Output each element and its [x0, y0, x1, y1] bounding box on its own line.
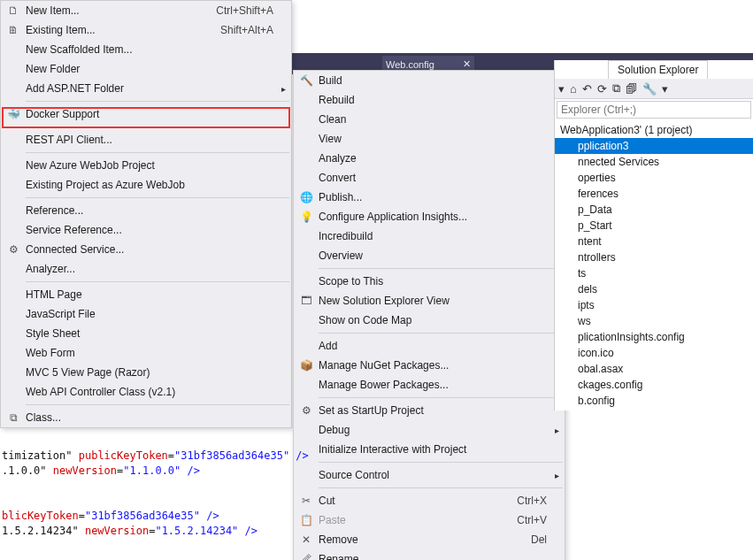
tree-node-4-label: p_Start	[578, 219, 612, 232]
dropdown-icon[interactable]: ▾	[558, 82, 565, 96]
reference-item-0[interactable]: Reference...	[1, 201, 291, 220]
ctx-top-5[interactable]: Convert▸	[294, 168, 565, 188]
ctx-edit-0[interactable]: ✂CutCtrl+X	[294, 491, 565, 510]
add-item-3[interactable]: New Folder	[1, 59, 291, 79]
tree-node-5[interactable]: ntent	[555, 234, 753, 249]
separator	[319, 487, 563, 488]
ctx-top-9-label: Overview	[319, 249, 547, 262]
solution-root[interactable]: WebApplication3' (1 project)	[555, 122, 753, 138]
ctx-edit-0-shortcut: Ctrl+X	[499, 495, 547, 507]
tree-node-3[interactable]: p_Data	[555, 202, 753, 218]
reference-item-3[interactable]: Analyzer...	[1, 259, 291, 279]
ctx-debug[interactable]: Debug▸	[294, 420, 565, 440]
tree-node-8[interactable]: dels	[555, 281, 753, 297]
ctx-scope-0[interactable]: Scope to This	[294, 272, 565, 291]
ctx-top-6-icon: 🌐	[294, 191, 319, 203]
tree-node-9[interactable]: ipts	[555, 297, 753, 313]
add-item-0[interactable]: 🗋New Item...Ctrl+Shift+A	[1, 1, 291, 20]
project-node[interactable]: pplication3	[555, 138, 753, 154]
azure-item-0[interactable]: New Azure WebJob Project	[1, 156, 291, 175]
ctx-add-2[interactable]: Manage Bower Packages...	[294, 375, 565, 395]
tree-node-7[interactable]: ts	[555, 265, 753, 281]
tree-node-4[interactable]: p_Start	[555, 218, 753, 234]
ctx-edit-1[interactable]: 📋PasteCtrl+V	[294, 510, 565, 530]
ctx-top-0-label: Build	[319, 74, 547, 87]
ctx-top-2[interactable]: Clean	[294, 110, 565, 129]
tree-node-15[interactable]: b.config	[555, 393, 753, 409]
docker-support-item[interactable]: 🐳Docker Support	[1, 104, 291, 124]
show-all-icon[interactable]: 🗐	[626, 82, 637, 96]
tree-node-13[interactable]: obal.asax	[555, 361, 753, 377]
ctx-top-3[interactable]: View▸	[294, 129, 565, 149]
collapse-icon[interactable]: ⧉	[612, 81, 620, 96]
ctx-top-9[interactable]: Overview	[294, 246, 565, 265]
filetype-item-0[interactable]: HTML Page	[1, 285, 291, 304]
filetype-item-1[interactable]: JavaScript File	[1, 304, 291, 324]
ctx-top-8-label: Incredibuild	[319, 230, 547, 242]
solution-explorer-tab[interactable]: Solution Explorer	[608, 60, 708, 79]
back-icon[interactable]: ↶	[582, 82, 592, 96]
tree-node-11[interactable]: plicationInsights.config	[555, 329, 753, 345]
ctx-init-label: Initialize Interactive with Project	[319, 443, 547, 456]
reference-item-2[interactable]: ⚙Connected Service...	[1, 240, 291, 259]
ctx-init[interactable]: Initialize Interactive with Project	[294, 440, 565, 459]
close-icon[interactable]: ✕	[463, 58, 471, 70]
ctx-top-8[interactable]: Incredibuild▸	[294, 226, 565, 246]
ctx-edit-3-label: Rename	[319, 553, 547, 560]
add-submenu[interactable]: 🗋New Item...Ctrl+Shift+A🗎Existing Item..…	[0, 0, 292, 428]
filetype-item-5[interactable]: Web API Controller Class (v2.1)	[1, 382, 291, 402]
tree-node-10[interactable]: ws	[555, 313, 753, 329]
reference-item-1[interactable]: Service Reference...	[1, 220, 291, 240]
tree-node-0[interactable]: nnected Services	[555, 154, 753, 170]
add-item-4[interactable]: Add ASP.NET Folder▸	[1, 79, 291, 98]
filetype-item-4[interactable]: MVC 5 View Page (Razor)	[1, 363, 291, 382]
ctx-top-6[interactable]: 🌐Publish...	[294, 188, 565, 207]
ctx-top-7[interactable]: 💡Configure Application Insights...	[294, 207, 565, 226]
solution-tree[interactable]: WebApplication3' (1 project)pplication3n…	[555, 120, 753, 410]
tree-node-6[interactable]: ntrollers	[555, 249, 753, 265]
ctx-startup[interactable]: ⚙Set as StartUp Project	[294, 401, 565, 420]
filetype-item-3-label: Web Form	[26, 347, 273, 359]
ctx-top-1[interactable]: Rebuild	[294, 90, 565, 110]
azure-item-1[interactable]: Existing Project as Azure WebJob	[1, 175, 291, 195]
class-item[interactable]: ⧉Class...	[1, 408, 291, 427]
add-item-2[interactable]: New Scaffolded Item...	[1, 40, 291, 59]
solution-explorer-search[interactable]: Explorer (Ctrl+;)	[557, 101, 751, 119]
ctx-add-0[interactable]: Add▸	[294, 336, 565, 356]
project-context-menu[interactable]: 🔨BuildRebuildCleanView▸Analyze▸Convert▸🌐…	[293, 70, 565, 560]
azure-item-0-label: New Azure WebJob Project	[26, 159, 273, 172]
filetype-item-3[interactable]: Web Form	[1, 343, 291, 363]
ctx-add-1[interactable]: 📦Manage NuGet Packages...	[294, 356, 565, 375]
ctx-top-4[interactable]: Analyze▸	[294, 149, 565, 168]
separator	[319, 268, 563, 269]
docker-support-item-icon: 🐳	[1, 108, 26, 120]
separator	[26, 101, 289, 102]
ctx-source[interactable]: Source Control▸	[294, 465, 565, 485]
ctx-scope-1[interactable]: 🗔New Solution Explorer View	[294, 291, 565, 311]
tree-node-13-label: obal.asax	[578, 363, 623, 375]
project-node-label: pplication3	[578, 140, 628, 152]
rest-api-client-item[interactable]: REST API Client...	[1, 130, 291, 150]
add-item-1[interactable]: 🗎Existing Item...Shift+Alt+A	[1, 20, 291, 40]
tree-node-2[interactable]: ferences	[555, 186, 753, 202]
more-icon[interactable]: ▾	[662, 82, 668, 96]
separator	[26, 152, 289, 153]
home-icon[interactable]: ⌂	[570, 82, 577, 96]
filetype-item-2[interactable]: Style Sheet	[1, 324, 291, 343]
tree-node-14[interactable]: ckages.config	[555, 377, 753, 393]
ctx-startup-label: Set as StartUp Project	[319, 404, 547, 417]
refresh-icon[interactable]: ⟳	[597, 82, 607, 96]
ctx-edit-2[interactable]: ✕RemoveDel	[294, 530, 565, 549]
ctx-top-0[interactable]: 🔨Build	[294, 71, 565, 90]
ctx-edit-0-label: Cut	[319, 495, 499, 507]
tree-node-1[interactable]: operties	[555, 170, 753, 186]
tree-node-0-label: nnected Services	[578, 156, 659, 168]
separator	[319, 462, 563, 463]
properties-icon[interactable]: 🔧	[642, 82, 657, 96]
ctx-scope-2[interactable]: Show on Code Map	[294, 311, 565, 330]
add-item-4-label: Add ASP.NET Folder	[26, 82, 273, 95]
tree-node-12[interactable]: icon.ico	[555, 345, 753, 361]
code-editor-text: timization" publicKeyToken="31bf3856ad36…	[0, 433, 292, 539]
ctx-edit-3[interactable]: 🖉Rename	[294, 549, 565, 560]
solution-explorer-toolbar[interactable]: ▾ ⌂ ↶ ⟳ ⧉ 🗐 🔧 ▾	[555, 79, 753, 99]
